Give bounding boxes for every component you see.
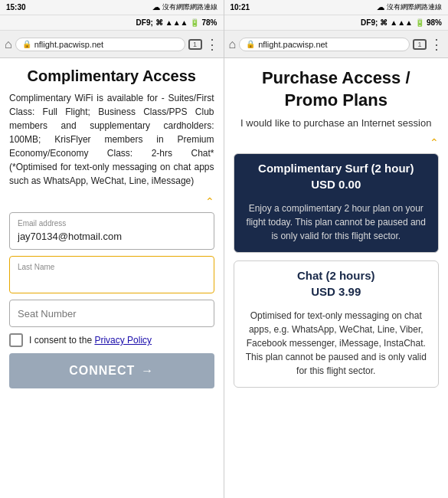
purchase-subtitle: I would like to purchase an Internet ses… [234, 117, 440, 129]
seat-number-input[interactable] [18, 308, 206, 319]
seat-number-field-container[interactable] [9, 300, 214, 327]
left-battery: 78% [201, 18, 217, 27]
chevron-up-left[interactable]: ⌃ [9, 195, 214, 208]
comp-access-title: Complimentary Access [9, 67, 214, 85]
purchase-title: Purchase Access /Promo Plans [234, 67, 440, 111]
left-browser-bar: ⌂ 🔒 nflight.pacwisp.net 1 ⋮ [0, 31, 224, 58]
right-bluetooth-icon: DF9; [361, 18, 378, 27]
left-status-icons: ☁ 沒有網際網路連線 [152, 2, 217, 12]
battery-icon: 🔋 [190, 18, 199, 27]
left-menu-icon[interactable]: ⋮ [205, 36, 219, 53]
connect-arrow-icon: → [141, 364, 154, 378]
plan-chat-price: USD 3.99 [244, 285, 430, 298]
last-name-field-container[interactable]: Last Name [9, 256, 214, 293]
comp-access-description: Complimentary WiFi is available for - Su… [9, 91, 214, 188]
email-label: Email address [18, 219, 206, 228]
plan-complimentary-name: Complimentary Surf (2 hour) [244, 162, 430, 175]
email-field-container[interactable]: Email address [9, 212, 214, 250]
plan-chat-header: Chat (2 hours) USD 3.99 [234, 261, 439, 304]
plan-card-complimentary[interactable]: Complimentary Surf (2 hour) USD 0.00 Enj… [234, 153, 440, 253]
left-lock-icon: 🔒 [22, 40, 31, 48]
right-menu-icon[interactable]: ⋮ [430, 36, 443, 53]
right-status-bar2: DF9; ⌘ ▲▲▲ 🔋 98% [224, 15, 449, 31]
left-time: 15:30 [6, 3, 26, 11]
wifi-icon: ⌘ [155, 18, 163, 27]
last-name-label: Last Name [18, 263, 206, 271]
left-url-box[interactable]: 🔒 nflight.pacwisp.net [15, 38, 185, 51]
consent-checkbox[interactable] [9, 333, 23, 347]
plan-chat-name: Chat (2 hours) [244, 269, 430, 282]
plan-chat-description: Optimised for text-only messaging on cha… [234, 304, 439, 387]
connect-button-label: CONNECT [69, 364, 135, 378]
left-panel-content: Complimentary Access Complimentary WiFi … [0, 58, 224, 498]
left-no-internet: ☁ [152, 3, 160, 11]
right-signal-icon: ▲▲▲ [390, 18, 413, 27]
right-battery: 98% [427, 18, 442, 27]
right-time: 10:21 [231, 3, 250, 11]
left-tab-count[interactable]: 1 [188, 39, 202, 50]
left-no-internet-text: 沒有網際網路連線 [162, 2, 217, 12]
left-signal-icons: DF9; ⌘ ▲▲▲ 🔋 78% [136, 18, 217, 27]
plan-complimentary-price: USD 0.00 [244, 178, 430, 191]
left-url-text: nflight.pacwisp.net [34, 40, 104, 49]
plan-complimentary-header: Complimentary Surf (2 hour) USD 0.00 [234, 154, 439, 197]
right-browser-bar: ⌂ 🔒 nflight.pacwisp.net 1 ⋮ [224, 31, 449, 58]
right-home-icon[interactable]: ⌂ [229, 38, 237, 51]
right-url-text: nflight.pacwisp.net [258, 40, 328, 49]
signal-icon: ▲▲▲ [165, 18, 188, 27]
connect-button[interactable]: CONNECT → [9, 353, 214, 388]
plan-complimentary-description: Enjoy a complimentary 2 hour plan on you… [234, 197, 439, 252]
bluetooth-icon: DF9; [136, 18, 153, 27]
left-panel: 15:30 ☁ 沒有網際網路連線 DF9; ⌘ ▲▲▲ 🔋 78% ⌂ 🔒 nf… [0, 0, 224, 498]
right-status-icons: ☁ 沒有網際網路連線 [377, 2, 442, 12]
consent-row: I consent to the Privacy Policy [9, 333, 214, 347]
consent-text: I consent to the Privacy Policy [29, 335, 152, 346]
right-wifi-icon: ⌘ [380, 18, 388, 27]
right-lock-icon: 🔒 [246, 40, 255, 48]
right-battery-icon: 🔋 [415, 18, 424, 27]
right-signal-icons: DF9; ⌘ ▲▲▲ 🔋 98% [361, 18, 442, 27]
right-panel: 10:21 ☁ 沒有網際網路連線 DF9; ⌘ ▲▲▲ 🔋 98% ⌂ 🔒 nf… [224, 0, 449, 498]
left-status-bar: 15:30 ☁ 沒有網際網路連線 [0, 0, 224, 15]
email-input[interactable] [18, 231, 206, 242]
right-no-internet: ☁ [377, 3, 384, 11]
right-tab-count[interactable]: 1 [413, 39, 427, 50]
last-name-input[interactable] [18, 274, 206, 286]
chevron-up-right[interactable]: ⌃ [234, 136, 440, 149]
right-status-bar: 10:21 ☁ 沒有網際網路連線 [224, 0, 449, 15]
left-home-icon[interactable]: ⌂ [5, 38, 12, 51]
plan-card-chat[interactable]: Chat (2 hours) USD 3.99 Optimised for te… [234, 260, 440, 388]
privacy-policy-link[interactable]: Privacy Policy [94, 335, 152, 346]
left-status-bar2: DF9; ⌘ ▲▲▲ 🔋 78% [0, 15, 224, 31]
right-panel-content: Purchase Access /Promo Plans I would lik… [224, 58, 449, 498]
right-url-box[interactable]: 🔒 nflight.pacwisp.net [239, 38, 410, 51]
right-no-internet-text: 沒有網際網路連線 [387, 2, 442, 12]
